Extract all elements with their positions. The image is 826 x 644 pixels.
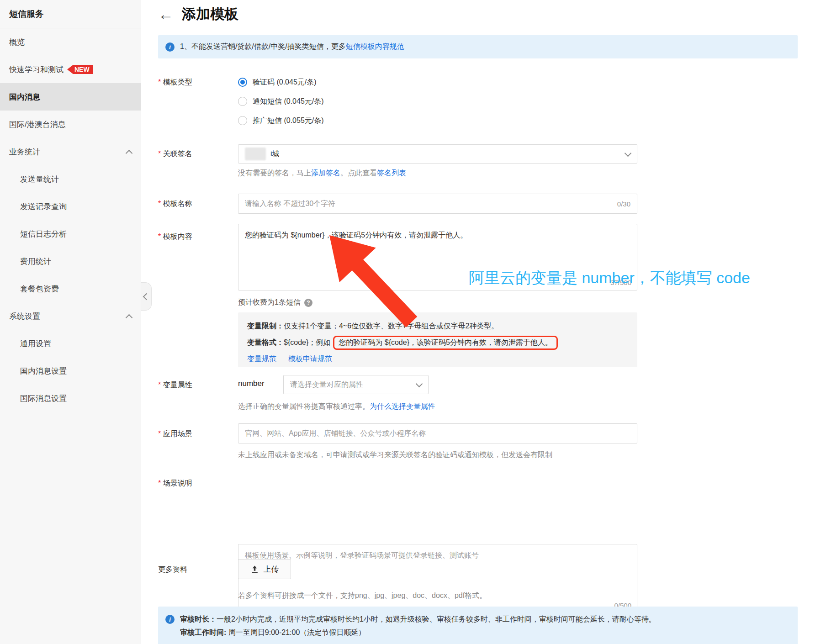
template-apply-spec-link[interactable]: 模板申请规范 <box>288 354 332 364</box>
sidebar-item-general-settings[interactable]: 通用设置 <box>0 330 141 357</box>
variable-name: number <box>238 379 265 388</box>
sidebar-item-domestic-message-settings[interactable]: 国内消息设置 <box>0 357 141 385</box>
variable-attr-placeholder: 请选择变量对应的属性 <box>290 380 363 390</box>
radio-option-notification-sms[interactable]: 通知短信 (0.045元/条) <box>238 96 324 107</box>
variable-spec-link[interactable]: 变量规范 <box>247 354 276 364</box>
radio-unchecked-icon[interactable] <box>238 116 247 125</box>
sidebar-item-business-stats[interactable]: 业务统计 <box>0 138 141 165</box>
radio-option-promo-sms[interactable]: 推广短信 (0.055元/条) <box>238 115 324 126</box>
review-duration-text: 一般2小时内完成，近期平均完成审核时长约1小时，如遇升级核验、审核任务较多时、非… <box>217 615 656 623</box>
notice-text: 1、不能发送营销/贷款/借款/中奖/抽奖类短信，更多 <box>180 42 346 50</box>
app-scene-input[interactable] <box>245 429 630 438</box>
variable-attr-label: 变量属性 <box>158 380 192 390</box>
info-icon: i <box>165 615 175 624</box>
back-arrow-icon[interactable]: ← <box>158 6 174 22</box>
radio-unchecked-icon[interactable] <box>238 97 247 106</box>
radio-checked-icon[interactable] <box>238 78 247 87</box>
chevron-up-icon <box>126 149 133 157</box>
app-scene-helper: 未上线应用或未备案域名，可申请测试或学习来源关联签名的验证码或通知模板，但发送会… <box>238 450 552 460</box>
sidebar-item-quick-learn[interactable]: 快速学习和测试 NEW <box>0 56 141 83</box>
fee-note: 预计收费为1条短信 ? <box>238 298 312 307</box>
template-content-label: 模板内容 <box>158 232 192 242</box>
signature-label: 关联签名 <box>158 149 192 159</box>
sidebar-item-sms-log-analysis[interactable]: 短信日志分析 <box>0 220 141 248</box>
scene-desc-textarea[interactable] <box>238 544 637 613</box>
variable-format-text: ${code}；例如 <box>284 338 330 348</box>
signature-select[interactable]: i城 <box>238 144 637 164</box>
app-scene-label: 应用场景 <box>158 429 192 439</box>
sidebar-title: 短信服务 <box>0 0 141 28</box>
why-variable-attr-link[interactable]: 为什么选择变量属性 <box>370 402 435 410</box>
upload-button[interactable]: 上传 <box>238 559 291 579</box>
chevron-down-icon <box>625 149 632 157</box>
info-icon: i <box>165 42 175 52</box>
variable-restriction-box: 变量限制： 仅支持1个变量；4~6位仅数字、数字+字母组合或仅字母2种类型。 变… <box>238 312 637 367</box>
scene-desc-label: 场景说明 <box>158 479 192 488</box>
sidebar-item-fee-stats[interactable]: 费用统计 <box>0 248 141 275</box>
sidebar-item-overview[interactable]: 概览 <box>0 28 141 56</box>
variable-attr-helper: 选择正确的变量属性将提高审核通过率。为什么选择变量属性 <box>238 402 435 412</box>
sidebar-item-intl-messages[interactable]: 国际/港澳台消息 <box>0 111 141 138</box>
radio-option-verification-code[interactable]: 验证码 (0.045元/条) <box>238 77 317 88</box>
notice-banner: i 1、不能发送营销/贷款/借款/中奖/抽奖类短信，更多短信模板内容规范 <box>158 35 798 58</box>
upload-icon <box>250 565 259 574</box>
help-icon[interactable]: ? <box>304 299 312 307</box>
new-badge: NEW <box>67 65 93 74</box>
chevron-up-icon <box>126 314 133 321</box>
template-name-input[interactable] <box>245 200 617 208</box>
more-files-label: 更多资料 <box>158 565 187 575</box>
variable-attr-select[interactable]: 请选择变量对应的属性 <box>283 375 429 394</box>
template-type-label: 模板类型 <box>158 78 192 87</box>
sidebar-item-intl-message-settings[interactable]: 国际消息设置 <box>0 385 141 412</box>
sidebar-item-system-settings[interactable]: 系统设置 <box>0 302 141 330</box>
review-hours-label: 审核工作时间: <box>180 628 226 636</box>
page-title: 添加模板 <box>182 5 238 24</box>
variable-limit-label: 变量限制： <box>247 322 284 331</box>
review-duration-label: 审核时长： <box>180 615 217 623</box>
main-content: ← 添加模板 i 1、不能发送营销/贷款/借款/中奖/抽奖类短信，更多短信模板内… <box>142 0 826 644</box>
signature-list-link[interactable]: 签名列表 <box>377 169 406 177</box>
signature-value: i城 <box>270 149 280 159</box>
template-content-textarea[interactable]: 您的验证码为 ${number}，该验证码5分钟内有效，请勿泄露于他人。 <box>238 224 637 290</box>
chevron-down-icon <box>416 380 423 387</box>
sidebar-item-send-record-query[interactable]: 发送记录查询 <box>0 193 141 220</box>
notice-link[interactable]: 短信模板内容规范 <box>346 42 404 50</box>
variable-limit-text: 仅支持1个变量；4~6位仅数字、数字+字母组合或仅字母2种类型。 <box>284 322 498 331</box>
template-name-counter: 0/30 <box>617 200 630 208</box>
sidebar-item-domestic-messages[interactable]: 国内消息 <box>0 83 141 111</box>
template-name-label: 模板名称 <box>158 199 192 209</box>
add-signature-link[interactable]: 添加签名 <box>311 169 340 177</box>
redaction-block <box>245 148 266 160</box>
template-content-counter: 37/500 <box>610 279 631 286</box>
review-notice-banner: i 审核时长：一般2小时内完成，近期平均完成审核时长约1小时，如遇升级核验、审核… <box>158 607 798 644</box>
sidebar: 短信服务 概览 快速学习和测试 NEW 国内消息 国际/港澳台消息 业务统计 发… <box>0 0 141 644</box>
more-files-helper: 若多个资料可拼接成一个文件，支持png、jpg、jpeg、doc、docx、pd… <box>238 591 487 601</box>
variable-format-label: 变量格式： <box>247 338 284 348</box>
variable-format-example: 您的验证码为 ${code}，该验证码5分钟内有效，请勿泄露于他人。 <box>333 336 558 350</box>
review-hours-text: 周一至周日9:00-21:00（法定节假日顺延） <box>228 628 366 636</box>
sidebar-item-send-volume-stats[interactable]: 发送量统计 <box>0 165 141 193</box>
sidebar-item-package-pricing[interactable]: 套餐包资费 <box>0 275 141 302</box>
signature-helper: 没有需要的签名，马上添加签名。点此查看签名列表 <box>238 169 406 178</box>
